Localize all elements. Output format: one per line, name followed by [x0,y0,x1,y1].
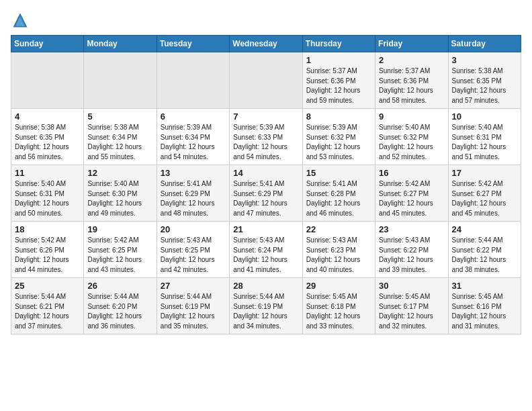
day-info: Sunrise: 5:40 AM Sunset: 6:30 PM Dayligh… [87,179,152,218]
calendar-header-row: SundayMondayTuesdayWednesdayThursdayFrid… [11,36,521,52]
calendar-day-cell: 25Sunrise: 5:44 AM Sunset: 6:21 PM Dayli… [11,278,84,334]
calendar-day-cell: 28Sunrise: 5:44 AM Sunset: 6:19 PM Dayli… [230,278,302,334]
weekday-header: Monday [84,36,157,52]
calendar-day-cell: 4Sunrise: 5:38 AM Sunset: 6:35 PM Daylig… [11,109,84,165]
calendar-day-cell: 20Sunrise: 5:43 AM Sunset: 6:25 PM Dayli… [157,222,229,278]
day-info: Sunrise: 5:45 AM Sunset: 6:17 PM Dayligh… [379,292,444,331]
calendar-week-row: 11Sunrise: 5:40 AM Sunset: 6:31 PM Dayli… [11,165,521,222]
calendar-day-cell: 18Sunrise: 5:42 AM Sunset: 6:26 PM Dayli… [11,222,84,278]
calendar-week-row: 4Sunrise: 5:38 AM Sunset: 6:35 PM Daylig… [11,109,521,165]
day-number: 14 [233,168,298,178]
day-number: 30 [379,281,444,291]
calendar-day-cell: 14Sunrise: 5:41 AM Sunset: 6:29 PM Dayli… [230,165,302,222]
day-info: Sunrise: 5:39 AM Sunset: 6:33 PM Dayligh… [233,123,298,162]
calendar-day-cell [11,52,84,109]
calendar-day-cell: 9Sunrise: 5:40 AM Sunset: 6:32 PM Daylig… [375,109,448,165]
day-number: 4 [15,111,80,122]
day-number: 7 [233,111,298,122]
day-number: 22 [306,224,371,234]
day-info: Sunrise: 5:37 AM Sunset: 6:36 PM Dayligh… [379,66,444,105]
day-info: Sunrise: 5:38 AM Sunset: 6:35 PM Dayligh… [452,66,517,105]
day-number: 10 [452,111,517,122]
calendar-week-row: 25Sunrise: 5:44 AM Sunset: 6:21 PM Dayli… [11,278,521,334]
weekday-header: Wednesday [230,36,302,52]
day-number: 8 [306,111,371,122]
day-info: Sunrise: 5:42 AM Sunset: 6:27 PM Dayligh… [379,179,444,218]
day-info: Sunrise: 5:37 AM Sunset: 6:36 PM Dayligh… [306,66,371,105]
logo [11,11,32,30]
day-number: 12 [87,168,152,178]
calendar-day-cell: 26Sunrise: 5:44 AM Sunset: 6:20 PM Dayli… [84,278,157,334]
day-number: 18 [15,224,80,234]
calendar-day-cell: 11Sunrise: 5:40 AM Sunset: 6:31 PM Dayli… [11,165,84,222]
day-info: Sunrise: 5:42 AM Sunset: 6:25 PM Dayligh… [87,236,152,275]
calendar-day-cell: 13Sunrise: 5:41 AM Sunset: 6:29 PM Dayli… [157,165,229,222]
calendar-day-cell: 30Sunrise: 5:45 AM Sunset: 6:17 PM Dayli… [375,278,448,334]
calendar-day-cell: 3Sunrise: 5:38 AM Sunset: 6:35 PM Daylig… [448,52,521,109]
calendar-table: SundayMondayTuesdayWednesdayThursdayFrid… [11,35,521,334]
calendar-day-cell: 1Sunrise: 5:37 AM Sunset: 6:36 PM Daylig… [302,52,375,109]
calendar-day-cell: 12Sunrise: 5:40 AM Sunset: 6:30 PM Dayli… [84,165,157,222]
day-number: 23 [379,224,444,234]
day-info: Sunrise: 5:45 AM Sunset: 6:16 PM Dayligh… [452,292,517,331]
day-number: 1 [306,55,371,65]
day-number: 17 [452,168,517,178]
page-header [11,11,521,30]
day-info: Sunrise: 5:44 AM Sunset: 6:20 PM Dayligh… [87,292,152,331]
calendar-day-cell [230,52,302,109]
day-info: Sunrise: 5:39 AM Sunset: 6:32 PM Dayligh… [306,123,371,162]
day-number: 19 [87,224,152,234]
day-info: Sunrise: 5:41 AM Sunset: 6:28 PM Dayligh… [306,179,371,218]
calendar-day-cell: 6Sunrise: 5:39 AM Sunset: 6:34 PM Daylig… [157,109,229,165]
day-number: 20 [161,224,226,234]
calendar-day-cell: 24Sunrise: 5:44 AM Sunset: 6:22 PM Dayli… [448,222,521,278]
calendar-day-cell [84,52,157,109]
weekday-header: Sunday [11,36,84,52]
weekday-header: Friday [375,36,448,52]
day-number: 16 [379,168,444,178]
day-number: 31 [452,281,517,291]
day-info: Sunrise: 5:45 AM Sunset: 6:18 PM Dayligh… [306,292,371,331]
day-number: 25 [15,281,80,291]
calendar-day-cell: 5Sunrise: 5:38 AM Sunset: 6:34 PM Daylig… [84,109,157,165]
day-number: 15 [306,168,371,178]
calendar-day-cell: 17Sunrise: 5:42 AM Sunset: 6:27 PM Dayli… [448,165,521,222]
calendar-day-cell: 23Sunrise: 5:43 AM Sunset: 6:22 PM Dayli… [375,222,448,278]
calendar-day-cell: 2Sunrise: 5:37 AM Sunset: 6:36 PM Daylig… [375,52,448,109]
day-info: Sunrise: 5:41 AM Sunset: 6:29 PM Dayligh… [233,179,298,218]
day-number: 21 [233,224,298,234]
weekday-header: Thursday [302,36,375,52]
day-number: 26 [87,281,152,291]
calendar-day-cell: 27Sunrise: 5:44 AM Sunset: 6:19 PM Dayli… [157,278,229,334]
day-number: 13 [161,168,226,178]
day-info: Sunrise: 5:44 AM Sunset: 6:21 PM Dayligh… [15,292,80,331]
calendar-day-cell: 15Sunrise: 5:41 AM Sunset: 6:28 PM Dayli… [302,165,375,222]
day-number: 5 [87,111,152,122]
calendar-day-cell: 22Sunrise: 5:43 AM Sunset: 6:23 PM Dayli… [302,222,375,278]
day-info: Sunrise: 5:43 AM Sunset: 6:22 PM Dayligh… [379,236,444,275]
calendar-week-row: 18Sunrise: 5:42 AM Sunset: 6:26 PM Dayli… [11,222,521,278]
calendar-day-cell: 10Sunrise: 5:40 AM Sunset: 6:31 PM Dayli… [448,109,521,165]
day-number: 6 [161,111,226,122]
day-number: 29 [306,281,371,291]
day-info: Sunrise: 5:38 AM Sunset: 6:35 PM Dayligh… [15,123,80,162]
day-number: 24 [452,224,517,234]
day-info: Sunrise: 5:38 AM Sunset: 6:34 PM Dayligh… [87,123,152,162]
calendar-day-cell: 16Sunrise: 5:42 AM Sunset: 6:27 PM Dayli… [375,165,448,222]
day-number: 2 [379,55,444,65]
day-number: 27 [161,281,226,291]
day-info: Sunrise: 5:40 AM Sunset: 6:31 PM Dayligh… [15,179,80,218]
day-info: Sunrise: 5:42 AM Sunset: 6:26 PM Dayligh… [15,236,80,275]
day-info: Sunrise: 5:42 AM Sunset: 6:27 PM Dayligh… [452,179,517,218]
weekday-header: Saturday [448,36,521,52]
calendar-day-cell: 19Sunrise: 5:42 AM Sunset: 6:25 PM Dayli… [84,222,157,278]
day-number: 3 [452,55,517,65]
day-number: 9 [379,111,444,122]
day-info: Sunrise: 5:44 AM Sunset: 6:19 PM Dayligh… [233,292,298,331]
day-number: 11 [15,168,80,178]
day-info: Sunrise: 5:43 AM Sunset: 6:25 PM Dayligh… [161,236,226,275]
day-info: Sunrise: 5:41 AM Sunset: 6:29 PM Dayligh… [161,179,226,218]
calendar-day-cell [157,52,229,109]
calendar-day-cell: 7Sunrise: 5:39 AM Sunset: 6:33 PM Daylig… [230,109,302,165]
day-info: Sunrise: 5:43 AM Sunset: 6:23 PM Dayligh… [306,236,371,275]
